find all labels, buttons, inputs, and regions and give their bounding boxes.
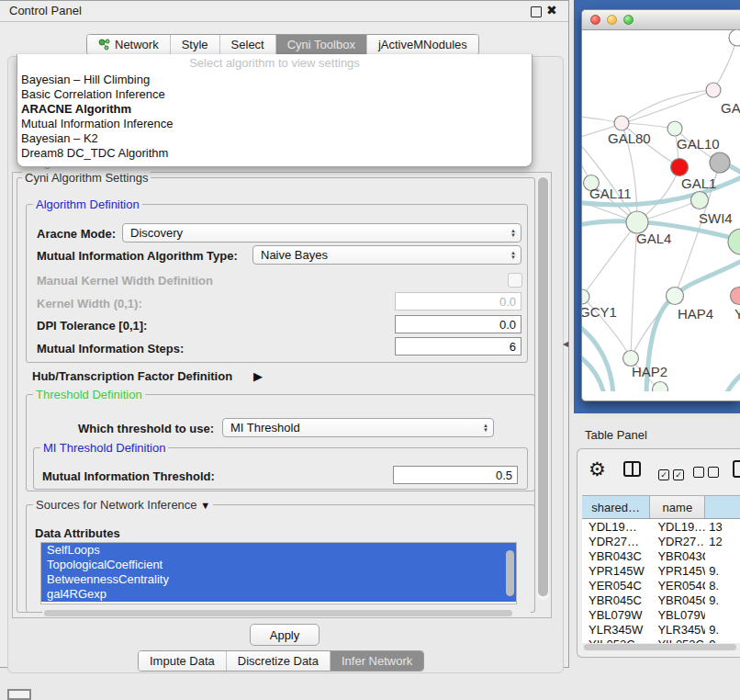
close-traffic-light-icon[interactable] [590,15,600,25]
tab-select[interactable]: Select [220,35,276,54]
network-node-gal80[interactable] [614,116,629,130]
network-node[interactable] [653,382,668,392]
mi-threshold-input[interactable] [393,466,518,484]
table-cell[interactable]: 13 [705,520,740,534]
table-row[interactable]: YDL19…YDL19…13 [582,519,740,534]
network-edge[interactable] [582,222,637,297]
table-row[interactable]: YDR27…YDR27…12 [582,534,740,548]
tab-discretize-data[interactable]: Discretize Data [227,651,331,671]
network-node[interactable] [729,29,740,46]
export-table-icon[interactable] [733,460,740,478]
table-cell[interactable]: YBL079W [650,608,705,622]
network-edge-highlighted[interactable] [675,259,740,296]
table-cell[interactable]: 9. [705,564,740,578]
table-cell[interactable]: YER054C [650,579,705,593]
table-cell[interactable]: YBR045C [650,593,705,607]
table-cell[interactable]: 9. [705,593,740,607]
dpi-tolerance-input[interactable] [395,315,521,333]
list-scrollbar-thumb[interactable] [506,550,514,596]
table-cell[interactable]: YPR145W [650,564,705,578]
horizontal-scrollbar-thumb[interactable] [44,610,512,616]
table-cell[interactable]: YLR345W [582,623,650,637]
network-edge[interactable] [622,123,675,129]
tab-jactivemnodules[interactable]: jActiveMNodules [367,35,478,54]
select-all-checkboxes-icon[interactable]: ✓✓ [658,465,688,481]
column-header-partial[interactable] [705,496,740,518]
aracne-mode-select[interactable]: Discovery ▲▼ [122,223,521,243]
data-attributes-list[interactable]: SelfLoopsTopologicalCoefficientBetweenne… [40,542,517,604]
column-header-shared-name[interactable]: shared… [582,496,650,518]
float-window-icon[interactable] [531,6,542,17]
network-node-gcy1[interactable] [582,289,589,304]
table-row[interactable]: YBR043CYBR043C [582,548,740,563]
tab-infer-network[interactable]: Infer Network [331,651,423,671]
gear-icon[interactable]: ⚙ [589,458,606,480]
algorithm-option[interactable]: ARACNE Algorithm [17,102,532,117]
algorithm-option[interactable]: Dream8 DC_TDC Algorithm [17,146,532,161]
close-icon[interactable]: ✖ [546,3,557,17]
table-cell[interactable]: 8. [705,579,740,593]
table-row[interactable]: YBL079WYBL079W [582,607,740,622]
table-cell[interactable]: YER054C [582,579,650,593]
algorithm-option[interactable]: Mutual Information Inference [17,117,532,131]
table-row[interactable]: YER054CYER054C8. [582,578,740,593]
network-node[interactable] [710,152,730,173]
which-threshold-select[interactable]: MI Threshold ▲▼ [222,418,494,437]
apply-button[interactable]: Apply [250,624,320,646]
column-header-name[interactable]: name [650,496,705,518]
table-cell[interactable]: YBL079W [582,608,650,622]
table-horizontal-scrollbar-thumb[interactable] [584,644,736,650]
table-cell[interactable]: YDL19… [582,520,650,534]
vertical-scrollbar-thumb[interactable] [538,177,548,596]
network-node[interactable] [671,159,689,176]
tab-style[interactable]: Style [171,35,220,54]
table-cell[interactable]: YBR043C [582,549,650,563]
minimized-panel-chip[interactable] [7,689,31,700]
data-attribute-item-selected[interactable]: TopologicalCoefficient [41,558,516,572]
deselect-all-checkboxes-icon[interactable] [693,465,723,481]
tab-network[interactable]: Network [87,35,171,54]
network-node-gal1[interactable] [691,192,709,209]
data-attribute-item-selected[interactable]: BetweennessCentrality [41,572,516,587]
table-row[interactable]: YPR145WYPR145W9. [582,563,740,578]
columns-icon[interactable] [623,461,641,477]
table-cell[interactable]: YDR27… [650,535,705,548]
network-node-hap4[interactable] [667,288,684,305]
network-canvas[interactable]: GALGAL80GAL10GAL1GAL11SWI4GAL4GCY1HAP4YH… [582,29,740,391]
manual-kernel-checkbox[interactable] [508,273,522,288]
table-row[interactable]: YLR345WYLR345W9. [582,622,740,637]
network-node-gal10[interactable] [667,121,682,136]
mi-steps-input[interactable] [395,337,521,356]
data-attribute-item-selected[interactable]: gal4RGexp [41,587,516,602]
zoom-traffic-light-icon[interactable] [623,15,633,25]
algorithm-option[interactable]: Bayesian – K2 [17,131,532,146]
tab-cyni-toolbox[interactable]: Cyni Toolbox [276,35,367,54]
network-node-y[interactable] [731,288,740,305]
panel-splitter-collapse-icon[interactable]: ◀ [563,340,568,348]
network-edge[interactable] [622,90,713,123]
expand-arrow-icon[interactable]: ▶ [253,369,263,383]
table-cell[interactable]: YBR045C [582,593,650,607]
minimize-traffic-light-icon[interactable] [607,15,617,25]
table-cell[interactable]: YDR27… [582,535,650,548]
kernel-width-input[interactable] [395,292,521,310]
data-attribute-item-selected[interactable]: SelfLoops [41,543,516,558]
network-node-gal[interactable] [706,83,721,97]
table-cell[interactable]: 12 [705,535,740,548]
table-cell[interactable]: YPR145W [582,564,650,578]
network-node-swi4[interactable] [728,229,740,254]
tab-impute-data[interactable]: Impute Data [139,651,227,671]
network-edge-highlighted[interactable] [582,353,605,391]
algorithm-option[interactable]: Basic Correlation Inference [17,87,532,102]
table-cell[interactable]: 9. [705,623,740,637]
table-row[interactable]: YIL052CYIL052C9. [582,637,740,643]
network-window-titlebar[interactable] [582,10,740,30]
network-edge-highlighted[interactable] [722,369,740,391]
table-cell[interactable]: YBR043C [650,549,705,563]
table-cell[interactable]: YDL19… [650,520,705,534]
table-row[interactable]: YBR045CYBR045C9. [582,593,740,607]
mi-algorithm-type-select[interactable]: Naive Bayes ▲▼ [252,245,521,265]
algorithm-option[interactable]: Bayesian – Hill Climbing [17,73,532,87]
collapse-arrow-icon[interactable]: ▼ [200,500,210,511]
table-cell[interactable]: YLR345W [650,623,705,637]
